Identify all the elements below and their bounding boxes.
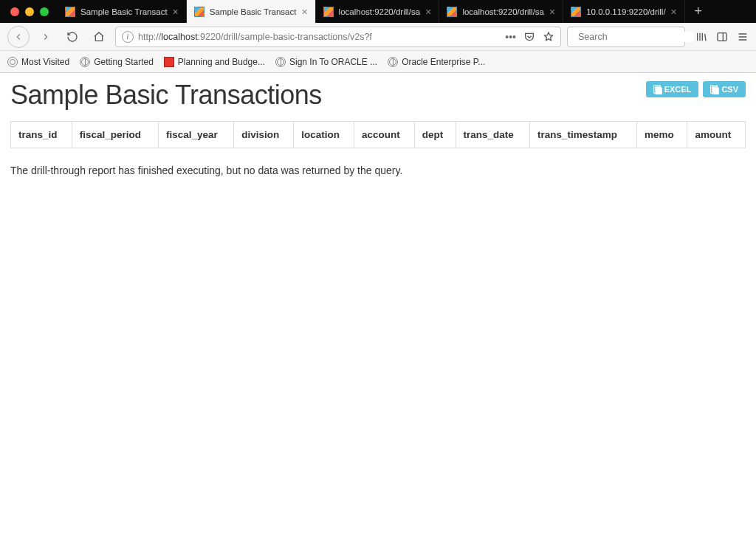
toolbar-right bbox=[691, 31, 749, 43]
home-button[interactable] bbox=[89, 27, 109, 47]
export-excel-label: EXCEL bbox=[664, 85, 692, 94]
tab-title: Sample Basic Transact bbox=[80, 7, 168, 16]
browser-tab[interactable]: 10.0.0.119:9220/drill/× bbox=[563, 0, 685, 23]
bookmark-label: Most Visited bbox=[21, 57, 69, 67]
export-csv-label: CSV bbox=[721, 85, 738, 94]
bookmark-item[interactable]: Oracle Enterprise P... bbox=[388, 57, 485, 67]
bookmark-favicon-icon bbox=[275, 57, 286, 67]
column-header[interactable]: fiscal_period bbox=[72, 122, 158, 148]
page-title: Sample Basic Transactions bbox=[10, 80, 322, 111]
bookmark-favicon-icon bbox=[7, 57, 18, 67]
back-button[interactable] bbox=[7, 26, 30, 48]
bookmark-label: Planning and Budge... bbox=[178, 57, 265, 67]
page-content: Sample Basic Transactions EXCEL CSV tran… bbox=[0, 73, 756, 187]
bookmark-favicon-icon bbox=[164, 57, 174, 67]
column-header[interactable]: trans_id bbox=[11, 122, 72, 148]
favicon-icon bbox=[65, 7, 75, 17]
hamburger-menu-icon[interactable] bbox=[737, 31, 749, 43]
bookmark-label: Sign In To ORACLE ... bbox=[289, 57, 377, 67]
tab-close-button[interactable]: × bbox=[301, 7, 307, 17]
tab-title: localhost:9220/drill/sa bbox=[462, 7, 544, 16]
search-input[interactable] bbox=[578, 32, 694, 42]
site-info-icon[interactable]: i bbox=[122, 31, 134, 43]
export-excel-button[interactable]: EXCEL bbox=[646, 81, 699, 97]
favicon-icon bbox=[571, 7, 581, 17]
bookmark-favicon-icon bbox=[388, 57, 398, 67]
sidebar-icon[interactable] bbox=[716, 31, 728, 43]
bookmarks-bar: Most VisitedGetting StartedPlanning and … bbox=[0, 51, 756, 73]
new-tab-button[interactable]: + bbox=[685, 0, 712, 23]
browser-tab-strip: Sample Basic Transact×Sample Basic Trans… bbox=[0, 0, 756, 23]
window-zoom-button[interactable] bbox=[40, 7, 49, 16]
column-header[interactable]: division bbox=[234, 122, 294, 148]
bookmark-label: Getting Started bbox=[94, 57, 154, 67]
tab-title: localhost:9220/drill/sa bbox=[339, 7, 421, 16]
bookmark-item[interactable]: Getting Started bbox=[80, 57, 154, 67]
column-header[interactable]: amount bbox=[687, 122, 746, 148]
tab-close-button[interactable]: × bbox=[173, 7, 179, 17]
forward-button[interactable] bbox=[35, 27, 56, 47]
tab-close-button[interactable]: × bbox=[671, 7, 677, 17]
browser-tab[interactable]: Sample Basic Transact× bbox=[58, 0, 187, 23]
window-minimize-button[interactable] bbox=[25, 7, 34, 16]
favicon-icon bbox=[194, 7, 205, 17]
status-message: The drill-through report has finished ex… bbox=[10, 165, 746, 176]
bookmark-item[interactable]: Most Visited bbox=[7, 57, 69, 67]
column-header[interactable]: memo bbox=[637, 122, 687, 148]
window-close-button[interactable] bbox=[10, 7, 19, 16]
column-header[interactable]: trans_timestamp bbox=[529, 122, 636, 148]
browser-tab[interactable]: Sample Basic Transact× bbox=[187, 0, 316, 23]
home-icon bbox=[93, 31, 105, 43]
favicon-icon bbox=[323, 7, 334, 17]
tab-title: 10.0.0.119:9220/drill/ bbox=[586, 7, 665, 16]
browser-tab[interactable]: localhost:9220/drill/sa× bbox=[316, 0, 440, 23]
bookmark-item[interactable]: Sign In To ORACLE ... bbox=[275, 57, 377, 67]
reload-button[interactable] bbox=[62, 27, 83, 47]
column-header[interactable]: dept bbox=[414, 122, 456, 148]
file-icon bbox=[710, 85, 718, 94]
results-table: trans_idfiscal_periodfiscal_yeardivision… bbox=[10, 121, 746, 148]
favicon-icon bbox=[447, 7, 457, 17]
svg-rect-1 bbox=[718, 32, 726, 41]
url-text: http://localhost:9220/drill/sample-basic… bbox=[138, 32, 501, 42]
pocket-icon[interactable] bbox=[523, 31, 535, 43]
address-bar[interactable]: i http://localhost:9220/drill/sample-bas… bbox=[115, 27, 561, 47]
tab-close-button[interactable]: × bbox=[549, 7, 555, 17]
bookmark-label: Oracle Enterprise P... bbox=[402, 57, 485, 67]
reload-icon bbox=[66, 31, 78, 43]
tab-title: Sample Basic Transact bbox=[210, 7, 297, 16]
column-header[interactable]: trans_date bbox=[456, 122, 529, 148]
arrow-right-icon bbox=[41, 32, 51, 42]
bookmark-item[interactable]: Planning and Budge... bbox=[164, 57, 265, 67]
search-box[interactable] bbox=[567, 27, 685, 47]
column-header[interactable]: account bbox=[354, 122, 414, 148]
file-icon bbox=[653, 85, 661, 94]
library-icon[interactable] bbox=[695, 31, 707, 43]
window-controls bbox=[6, 0, 58, 23]
tab-close-button[interactable]: × bbox=[425, 7, 431, 17]
column-header[interactable]: fiscal_year bbox=[159, 122, 234, 148]
bookmark-star-icon[interactable] bbox=[543, 31, 554, 43]
arrow-left-icon bbox=[13, 32, 24, 42]
export-csv-button[interactable]: CSV bbox=[703, 81, 746, 97]
more-actions-icon[interactable]: ••• bbox=[505, 31, 516, 43]
column-header[interactable]: location bbox=[294, 122, 354, 148]
bookmark-favicon-icon bbox=[80, 57, 90, 67]
browser-nav-bar: i http://localhost:9220/drill/sample-bas… bbox=[0, 23, 756, 51]
browser-tab[interactable]: localhost:9220/drill/sa× bbox=[439, 0, 563, 23]
